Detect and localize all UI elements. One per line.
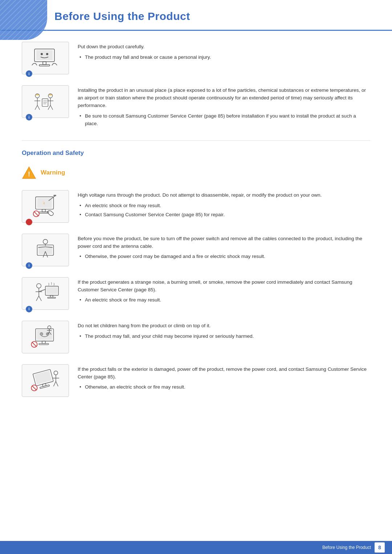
safety-text-put-down: Put down the product carefully. The prod… xyxy=(78,42,370,63)
icon-strange-noise: i xyxy=(22,277,69,310)
high-voltage-bullets: An electric shock or fire may result. Co… xyxy=(78,202,370,219)
footer-text: Before Using the Product xyxy=(322,545,371,550)
svg-point-24 xyxy=(43,239,48,244)
icon-move-product: i xyxy=(22,234,69,266)
safety-item-put-down: i Put down the product carefully. The pr… xyxy=(22,42,370,74)
svg-rect-33 xyxy=(37,329,52,340)
main-content: i Put down the product carefully. The pr… xyxy=(0,42,392,430)
icon-product-falls xyxy=(22,364,69,397)
icon-badge-info2: i xyxy=(26,114,32,120)
safety-bullets: The product may fall and break or cause … xyxy=(78,54,370,61)
svg-rect-39 xyxy=(39,343,49,345)
svg-point-47 xyxy=(54,371,58,375)
operation-safety-heading: Operation and Safety xyxy=(22,149,370,157)
svg-line-49 xyxy=(32,386,37,390)
safety-item-high-voltage: High voltage runs through the product. D… xyxy=(22,190,370,223)
warning-triangle-icon: ! xyxy=(22,165,36,180)
safety-text-high-voltage: High voltage runs through the product. D… xyxy=(78,190,370,221)
safety-text-strange-noise: If the product generates a strange noise… xyxy=(78,277,370,306)
svg-rect-30 xyxy=(50,295,53,297)
bullet-item: The product may fall and break or cause … xyxy=(78,54,370,61)
child-climb-svg xyxy=(29,324,62,350)
svg-rect-46 xyxy=(40,385,50,388)
unusual-place-main-text: Installing the product in an unusual pla… xyxy=(78,87,370,110)
bullet-item: An electric shock or fire may result. xyxy=(78,296,370,304)
accent-lines-pattern xyxy=(0,0,47,40)
icon-badge-info: i xyxy=(26,70,32,77)
safety-item-strange-noise: i If the product generates a strange noi… xyxy=(22,277,370,310)
strange-noise-main-text: If the product generates a strange noise… xyxy=(78,279,370,294)
svg-rect-29 xyxy=(46,287,58,294)
left-accent-decoration xyxy=(0,0,47,40)
safety-text-move-product: Before you move the product, be sure to … xyxy=(78,234,370,263)
safety-text-children-climb: Do not let children hang from the produc… xyxy=(78,321,370,342)
smell-smoke-svg xyxy=(29,281,62,306)
moving-svg xyxy=(29,237,62,263)
product-falls-main-text: If the product falls or the exterior is … xyxy=(78,366,370,381)
safety-text-unusual-place: Installing the product in an unusual pla… xyxy=(78,85,370,130)
svg-point-27 xyxy=(37,283,41,288)
move-product-bullets: Otherwise, the power cord may be damaged… xyxy=(78,253,370,260)
svg-rect-18 xyxy=(42,209,45,212)
svg-point-5 xyxy=(46,53,48,55)
safety-item-children-climb: Do not let children hang from the produc… xyxy=(22,321,370,353)
product-falls-bullets: Otherwise, an electric shock or fire may… xyxy=(78,383,370,391)
bullet-item: An electric shock or fire may result. xyxy=(78,202,370,210)
svg-line-23 xyxy=(34,212,39,216)
icon-put-down: i xyxy=(22,42,69,74)
svg-rect-21 xyxy=(54,195,56,196)
disassemble-svg xyxy=(29,194,62,219)
strange-noise-bullets: An electric shock or fire may result. xyxy=(78,296,370,304)
product-falls-svg xyxy=(29,368,62,393)
bullet-item: Contact Samsung Customer Service Center … xyxy=(78,211,370,219)
svg-rect-31 xyxy=(48,297,56,298)
high-voltage-main-text: High voltage runs through the product. D… xyxy=(78,192,370,199)
warning-label: Warning xyxy=(41,169,65,176)
safety-item-move-product: i Before you move the product, be sure t… xyxy=(22,234,370,266)
bullet-item: Be sure to consult Samsung Customer Serv… xyxy=(78,112,370,128)
monitor-careful-svg xyxy=(29,45,62,71)
unusual-place-bullets: Be sure to consult Samsung Customer Serv… xyxy=(78,112,370,128)
icon-badge-info3: i xyxy=(26,262,32,269)
bullet-item: The product may fall, and your child may… xyxy=(78,333,370,340)
footer-page-number: 8 xyxy=(375,542,385,553)
icon-high-voltage xyxy=(22,190,69,223)
svg-point-4 xyxy=(41,53,43,55)
page-title: Before Using the Product xyxy=(54,10,370,22)
safety-text-product-falls: If the product falls or the exterior is … xyxy=(78,364,370,393)
icon-children-climb xyxy=(22,321,69,353)
svg-rect-1 xyxy=(0,0,47,40)
svg-rect-7 xyxy=(39,65,50,66)
safety-item-product-falls: If the product falls or the exterior is … xyxy=(22,364,370,397)
children-climb-bullets: The product may fall, and your child may… xyxy=(78,333,370,340)
svg-rect-6 xyxy=(43,62,46,65)
svg-rect-3 xyxy=(36,50,53,60)
svg-rect-38 xyxy=(42,341,45,343)
icon-unusual-place: i xyxy=(22,85,69,118)
bullet-item: Otherwise, the power cord may be damaged… xyxy=(78,253,370,260)
page-header: Before Using the Product xyxy=(0,0,392,31)
bullet-item: Otherwise, an electric shock or fire may… xyxy=(78,383,370,391)
svg-rect-10 xyxy=(42,99,48,106)
svg-point-36 xyxy=(41,333,42,335)
workers-svg xyxy=(29,89,62,114)
move-product-main-text: Before you move the product, be sure to … xyxy=(78,235,370,250)
svg-line-42 xyxy=(32,342,37,347)
svg-text:!: ! xyxy=(28,171,30,178)
icon-badge-no xyxy=(26,219,32,225)
warning-block: ! Warning xyxy=(22,165,370,180)
safety-main-text: Put down the product carefully. xyxy=(78,43,370,51)
children-climb-main-text: Do not let children hang from the produc… xyxy=(78,322,370,330)
icon-badge-info4: i xyxy=(26,306,32,312)
section-divider xyxy=(22,140,370,141)
safety-item-unusual-place: i Installing the product in an unusual p… xyxy=(22,85,370,130)
page-footer: Before Using the Product 8 xyxy=(0,541,392,554)
